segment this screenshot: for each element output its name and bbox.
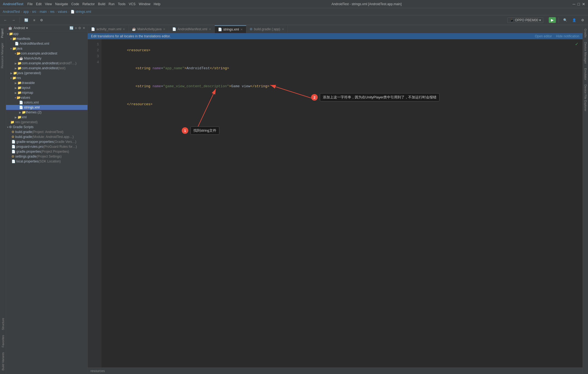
menu-view[interactable]: View (45, 2, 52, 6)
sidebar-item-resource-manager[interactable]: Resource Manager (0, 41, 6, 71)
sidebar-item-structure[interactable]: Structure (1, 316, 5, 332)
tree-item-res-generated[interactable]: 📁 res (generated) (6, 120, 87, 125)
tree-item-layout[interactable]: ▶ 📁 layout (6, 85, 87, 90)
menu-window[interactable]: Window (139, 2, 150, 6)
tree-header: 🤖 Android ▾ 🔄 ≡ ⚙ ✕ (6, 25, 87, 31)
tab-close-build-gradle[interactable]: ✕ (282, 28, 284, 31)
device-selector[interactable]: 📱 OPPO PBEM00 ▾ (507, 17, 543, 23)
toolbar-back[interactable]: ← (2, 17, 9, 23)
run-button[interactable]: ▶ (549, 17, 556, 23)
tabs-bar: 📄 activity_main.xml ✕ ☕ MainActivity.jav… (88, 25, 583, 33)
tree-item-colors[interactable]: 📄 colors.xml (6, 100, 87, 105)
tab-strings[interactable]: 📄 strings.xml ✕ (215, 25, 246, 33)
toolbar-settings[interactable]: ⚙ (38, 17, 45, 23)
editor-context-label: resources (90, 369, 105, 373)
sidebar-item-gradle[interactable]: Gradle (583, 26, 588, 40)
breadcrumb-strings[interactable]: 📄 strings.xml (71, 10, 91, 14)
tree-item-values[interactable]: ▾ 📂 values (6, 95, 87, 100)
toolbar-search[interactable]: 🔍 (562, 17, 569, 23)
menu-file[interactable]: File (28, 2, 33, 6)
tab-mainactivity[interactable]: ☕ MainActivity.java ✕ (129, 25, 169, 33)
device-name: OPPO PBEM00 (515, 18, 538, 22)
breadcrumb-androidtest[interactable]: AndroidTest (3, 10, 20, 14)
sidebar-item-project[interactable]: Project (0, 26, 6, 40)
tab-close-activity-main[interactable]: ✕ (123, 28, 125, 31)
window-controls[interactable]: ─ □ ✕ (573, 2, 585, 6)
tree-item-package-test[interactable]: ▶ 📁 com.example.androidtest (test) (6, 66, 87, 71)
breadcrumb-values[interactable]: values (58, 10, 67, 14)
toolbar-config[interactable]: ⚙ (580, 17, 586, 23)
breadcrumb-app[interactable]: app (23, 10, 29, 14)
toolbar-forward[interactable]: → (10, 17, 17, 23)
menu-tools[interactable]: Tools (118, 2, 126, 6)
sidebar-item-favorites[interactable]: Favorites (1, 333, 5, 349)
tree-item-java[interactable]: ▾ 📁 java (6, 46, 87, 51)
tree-item-settings-gradle[interactable]: ⚙ settings.gradle (Project Settings) (6, 154, 87, 159)
menu-run[interactable]: Run (109, 2, 115, 6)
tree-item-gradle-wrapper[interactable]: 📄 gradle-wrapper.properties (Gradle Vers… (6, 139, 87, 144)
menu-build[interactable]: Build (98, 2, 105, 6)
editor-content[interactable]: 1 2 3 4 <resources> <string name="app_na… (88, 39, 583, 367)
menu-refactor[interactable]: Refactor (82, 2, 95, 6)
menu-vcs[interactable]: VCS (129, 2, 136, 6)
maximize-button[interactable]: □ (578, 2, 580, 6)
device-icon: 📱 (510, 18, 514, 22)
open-editor-link[interactable]: Open editor (535, 34, 552, 38)
tab-activity-main[interactable]: 📄 activity_main.xml ✕ (88, 25, 129, 33)
sidebar-item-emulator[interactable]: Emulator (583, 66, 588, 82)
tree-item-java-generated[interactable]: ▶ 📁 java (generated) (6, 71, 87, 76)
tree-item-mainactivity[interactable]: ☕ MainActivity (6, 56, 87, 61)
tree-item-androidmanifest[interactable]: 📄 AndroidManifest.xml (6, 41, 87, 46)
tree-item-package-main[interactable]: ▾ 📂 com.example.androidtest (6, 51, 87, 56)
tree-item-build-gradle-project[interactable]: ⚙ build.gradle (Project: AndroidTest) (6, 129, 87, 134)
annotation-badge-2: 2 (311, 94, 318, 101)
sidebar-item-device-manager[interactable]: Device Manager (583, 40, 588, 66)
menu-bar[interactable]: File Edit View Navigate Code Refactor Bu… (28, 2, 160, 6)
breadcrumb-src[interactable]: src (32, 10, 36, 14)
toolbar-separator-2 (559, 17, 559, 23)
tree-item-app[interactable]: ▾ 📁 app (6, 31, 87, 36)
sidebar-item-device-file-explorer[interactable]: Device File Explorer (583, 82, 588, 113)
breadcrumb-res[interactable]: res (50, 10, 54, 14)
tab-close-strings[interactable]: ✕ (240, 28, 243, 31)
tree-item-drawable[interactable]: ▶ 📁 drawable (6, 80, 87, 85)
toolbar: ← → 🔄 ≡ ⚙ 📱 OPPO PBEM00 ▾ ▶ 🔍 👤 ⚙ (0, 15, 588, 25)
hide-notification-link[interactable]: Hide notification (556, 34, 579, 38)
breadcrumb-main[interactable]: main (40, 10, 47, 14)
close-icon[interactable]: ✕ (83, 26, 85, 30)
notification-links[interactable]: Open editor Hide notification (535, 34, 579, 38)
tab-androidmanifest[interactable]: 📄 AndroidManifest.xml ✕ (169, 25, 215, 33)
tree-item-strings[interactable]: 📄 strings.xml (6, 105, 87, 110)
tab-build-gradle[interactable]: ⚙ build.gradle (:app) ✕ (246, 25, 288, 33)
menu-navigate[interactable]: Navigate (55, 2, 68, 6)
menu-help[interactable]: Help (154, 2, 160, 6)
sidebar-item-build-variants[interactable]: Build Variants (1, 350, 5, 373)
editor-area: 📄 activity_main.xml ✕ ☕ MainActivity.jav… (88, 25, 583, 374)
tree-item-package-android[interactable]: ▶ 📁 com.example.androidtest (androidT…) (6, 61, 87, 66)
code-editor[interactable]: <resources> <string name="app_name">Andr… (101, 39, 583, 367)
close-button[interactable]: ✕ (582, 2, 585, 6)
tab-close-androidmanifest[interactable]: ✕ (209, 28, 211, 31)
tree-item-mipmap[interactable]: ▶ 📁 mipmap (6, 90, 87, 95)
annotation-tooltip-1: 找到string文件 (190, 126, 219, 135)
tree-item-proguard[interactable]: 📄 proguard-rules.pro (ProGuard Rules for… (6, 144, 87, 149)
tree-item-xml[interactable]: ▶ 📁 xml (6, 115, 87, 120)
menu-edit[interactable]: Edit (36, 2, 42, 6)
toolbar-sync[interactable]: 🔄 (23, 17, 30, 23)
tree-item-res[interactable]: ▾ 📁 res (6, 76, 87, 80)
tree-item-build-gradle-module[interactable]: ⚙ build.gradle (Module: AndroidTest.app…… (6, 134, 87, 139)
collapse-icon[interactable]: ≡ (75, 26, 77, 30)
tree-item-local-properties[interactable]: 📄 local.properties (SDK Location) (6, 159, 87, 164)
toolbar-user[interactable]: 👤 (571, 17, 578, 23)
tree-item-themes[interactable]: ▶ 📁 themes (2) (6, 110, 87, 115)
minimize-button[interactable]: ─ (573, 2, 575, 6)
menu-code[interactable]: Code (71, 2, 79, 6)
toolbar-structure[interactable]: ≡ (32, 17, 37, 23)
tree-item-gradle-properties[interactable]: 📄 gradle.properties (Project Properties) (6, 149, 87, 154)
tab-close-mainactivity[interactable]: ✕ (163, 28, 165, 31)
tree-item-gradle-scripts[interactable]: ▾ ⚙ Gradle Scripts (6, 125, 87, 129)
tree-item-manifests[interactable]: ▾ 📁 manifests (6, 36, 87, 41)
code-line-2: <string name="app_name">AndroidTest</str… (106, 59, 578, 77)
sync-icon[interactable]: 🔄 (69, 26, 74, 30)
gear-icon[interactable]: ⚙ (78, 26, 81, 30)
